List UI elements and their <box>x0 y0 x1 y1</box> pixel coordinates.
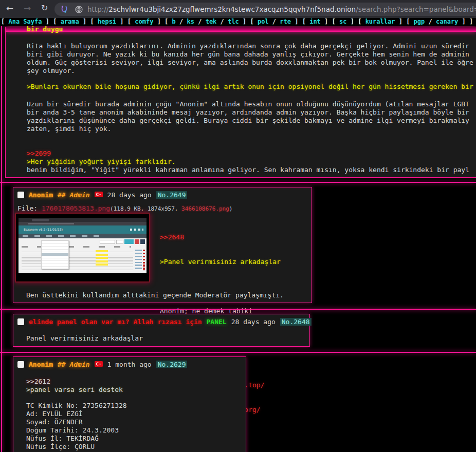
post-top-border <box>6 27 476 32</box>
forward-button[interactable]: → <box>24 3 31 13</box>
post-text-line: biri gibi duruyor. Ne yazık ki bu kanıda… <box>27 50 469 59</box>
poster-name: Anonim <box>29 361 53 368</box>
nav-link-pgp[interactable]: pgp <box>414 18 425 25</box>
post-number[interactable]: No.2649 <box>156 191 188 199</box>
nav-link-rte[interactable]: rte <box>280 18 291 25</box>
post-number[interactable]: No.2629 <box>156 361 188 368</box>
thumb-address-bar <box>19 222 147 225</box>
post-header: Anonim ## Admin 1 month ago No.2629 <box>17 361 187 368</box>
capcode-admin: ## Admin <box>58 361 90 368</box>
post-separator <box>0 309 476 310</box>
post-subject: bir duygu <box>27 25 63 33</box>
post-text-line: TC Kimlik No: 27356271328 <box>26 402 127 410</box>
url-bar[interactable]: http://2schvlwr4u3bji4zx27zgflwemrs2kn4s… <box>54 3 476 16</box>
nav-link-b[interactable]: b <box>172 18 176 25</box>
thumbnail-screenshot: Eczanem v5.2 (11/01/23) <box>19 218 147 273</box>
thumb-app-title: Eczanem v5.2 (11/01/23) <box>24 228 63 232</box>
nav-link-tek[interactable]: tek <box>206 18 217 25</box>
post-checkbox[interactable] <box>17 192 24 198</box>
thumb-browser-bar <box>19 218 147 222</box>
post-time: 1 month ago <box>107 361 152 368</box>
board-nav: [ Ana Sayfa ] [ arama ] [ hepsi ] [ comf… <box>0 18 476 26</box>
post-image-thumbnail[interactable]: Eczanem v5.2 (11/01/23) <box>15 213 150 282</box>
quote-link[interactable]: >>2699 <box>27 149 51 158</box>
post-number[interactable]: No.2648 <box>280 318 312 326</box>
page-left-border <box>1 26 2 452</box>
post-subject: elinde panel olan var mı? Allah rızası i… <box>29 318 202 326</box>
nav-link-hepsi[interactable]: hepsi <box>98 18 116 25</box>
file-original-name[interactable]: 3466108676.png <box>181 205 229 212</box>
url-host: 2schvlwr4u3bji4zx27zgflwemrs2kn4stewc7xa… <box>108 5 356 13</box>
post-checkbox[interactable] <box>17 361 24 368</box>
url-query: /search.php?search=panel&board=b <box>356 5 476 13</box>
post-op-partial: bir duygu Rita haklı buluyorum yazdıklar… <box>5 27 476 178</box>
post-text-line: Ben üsttekini kullandım alttakini geçend… <box>26 291 284 299</box>
thumb-delete-icons <box>143 250 145 271</box>
nav-link-comfy[interactable]: comfy <box>135 18 153 25</box>
thumb-table-area <box>19 238 147 273</box>
post-separator <box>0 182 476 183</box>
post-time: 28 days ago <box>107 191 152 199</box>
tor-circuit-icon[interactable] <box>60 5 68 15</box>
capcode-admin: ## Admin <box>58 191 90 199</box>
post-text-line: Panel verirmisiniz arkadaşlar <box>26 334 143 343</box>
reload-button[interactable]: ↻ <box>41 3 48 13</box>
thumb-buttons <box>100 239 145 244</box>
nav-link-sc[interactable]: sc <box>339 18 346 25</box>
post-text-line: şey olmuyor. <box>27 67 75 75</box>
file-meta: (118.9 KB, 1874x957, <box>110 205 181 212</box>
post-text-line: Nüfus İlçe: ÇORLU <box>26 443 95 451</box>
thumb-table-header <box>22 246 131 248</box>
nav-link-canary[interactable]: canary <box>436 18 458 25</box>
quote-link[interactable]: >>2612 <box>26 378 50 386</box>
nav-link-kurallar[interactable]: kurallar <box>365 18 395 25</box>
nav-link-ana-sayfa[interactable]: Ana Sayfa <box>8 18 42 25</box>
post-text-line: oldum. Güç gösterisi seviyor, ilgi seviy… <box>27 59 473 67</box>
post-text-line: Nüfus İl: TEKİRDAĞ <box>26 435 99 443</box>
post-text-line: Doğum Tarihi: 24.3.2003 <box>26 426 119 435</box>
post-checkbox[interactable] <box>17 318 24 325</box>
post-time: 28 days ago <box>231 318 276 326</box>
file-label: File: <box>17 204 38 212</box>
back-button[interactable]: ← <box>6 3 13 13</box>
thumb-menu-bar <box>19 234 147 238</box>
onion-site-icon[interactable] <box>75 6 83 15</box>
post-text-line: Ad: EYLÜL EZGİ <box>26 410 83 418</box>
post-separator <box>0 352 476 353</box>
poster-name: Anonim <box>29 191 53 199</box>
page: ← → ↻ http://2schvlwr4u3bji4zx27zgflwemr <box>0 0 476 452</box>
post-header: elinde panel olan var mı? Allah rızası i… <box>17 318 312 326</box>
post-text-line: benim bildiğim, "Yiğit" yürekli kahraman… <box>27 166 469 174</box>
thumb-app-header: Eczanem v5.2 (11/01/23) <box>19 225 147 234</box>
nav-link-pol[interactable]: pol <box>258 18 269 25</box>
nav-link-arama[interactable]: arama <box>61 18 79 25</box>
post-text-line: Uzun bir süredir burada adminin çoğu "An… <box>27 100 469 108</box>
post-2648: elinde panel olan var mı? Allah rızası i… <box>13 314 310 347</box>
greentext-line: >Bunları okurken bile hoşuna gidiyor, çü… <box>27 83 473 91</box>
post-text-line: yazdıklarını düşününce daha gerçekçi gel… <box>27 117 469 125</box>
quote-link[interactable]: >>2648 <box>160 233 281 241</box>
post-text-line: zaten, şimdi hiç yok. <box>27 125 111 133</box>
post-2649: Anonim ## Admin 28 days ago No.2649 File… <box>13 187 312 303</box>
thumb-dropdown-menu <box>41 240 69 269</box>
nav-link-int[interactable]: int <box>309 18 321 25</box>
thumb-link-column <box>135 250 142 270</box>
thumb-table-rows <box>22 249 133 272</box>
post-header: Anonim ## Admin 28 days ago No.2649 <box>17 191 187 199</box>
poster-name: PANEL <box>207 318 227 326</box>
post-text-line: Rita haklı buluyorum yazdıklarını. Admin… <box>27 42 469 50</box>
greentext-line: >panel varsa seri destek <box>26 386 123 394</box>
post-2629: Anonim ## Admin 1 month ago No.2629 >>26… <box>13 356 246 452</box>
greentext-line: >Her yiğidin yoğurt yiyişi farklıdır. <box>27 158 176 166</box>
nav-link-tlc[interactable]: tlc <box>228 18 239 25</box>
url-scheme: http:// <box>87 5 108 13</box>
nav-link-ks[interactable]: ks <box>187 18 194 25</box>
turkey-flag-icon <box>95 361 103 368</box>
file-link[interactable]: 1760178053813.png <box>42 204 110 212</box>
file-line: File: 1760178053813.png(118.9 KB, 1874x9… <box>17 204 232 212</box>
url-text[interactable]: http://2schvlwr4u3bji4zx27zgflwemrs2kn4s… <box>87 5 476 13</box>
post-text-line: Soyad: ÖZENDER <box>26 418 83 426</box>
thumb-header-icons <box>130 229 143 231</box>
turkey-flag-icon <box>95 191 103 199</box>
greentext-line: >Panel verirmisiniz arkadaşlar <box>160 258 281 266</box>
